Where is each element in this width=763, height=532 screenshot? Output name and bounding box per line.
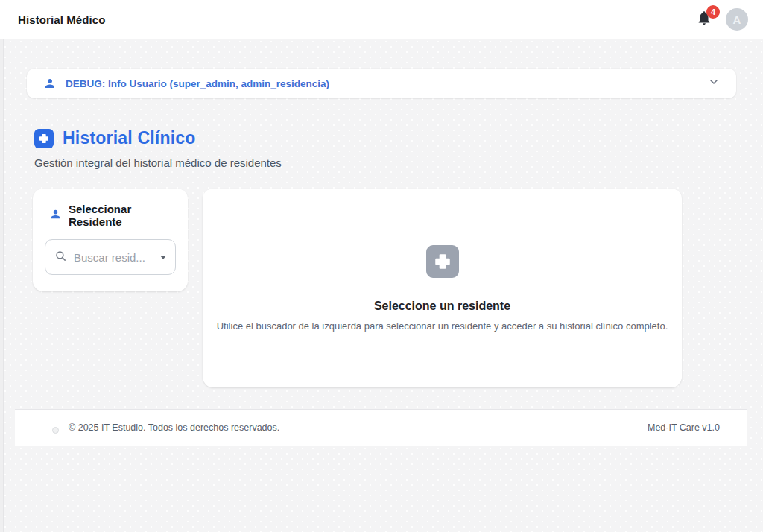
header-actions: 4 A (694, 8, 748, 31)
resident-search-input[interactable] (74, 251, 153, 264)
medical-cross-icon (34, 129, 54, 148)
user-icon (43, 77, 57, 90)
page-subtitle: Gestión integral del historial médico de… (34, 156, 736, 169)
avatar[interactable]: A (726, 8, 748, 31)
empty-state-title: Seleccione un residente (374, 300, 510, 313)
faded-logo-icon (52, 427, 59, 434)
select-resident-card: Seleccionar Residente (33, 189, 188, 291)
select-resident-title: Seleccionar Residente (69, 203, 176, 228)
main-content: DEBUG: Info Usuario (super_admin, admin_… (0, 69, 763, 387)
caret-down-icon[interactable] (160, 256, 166, 259)
chevron-down-icon[interactable] (708, 76, 720, 91)
copyright-text: © 2025 IT Estudio. Todos los derechos re… (69, 422, 279, 433)
content-row: Seleccionar Residente Seleccione un resi… (27, 189, 736, 387)
notification-badge: 4 (706, 5, 720, 19)
notifications-button[interactable]: 4 (694, 10, 714, 29)
app-version: Med-IT Care v1.0 (648, 422, 720, 433)
user-icon (49, 208, 62, 224)
page-title: Historial Clínico (63, 128, 195, 148)
page-header: Historial Clínico Gestión integral del h… (27, 128, 736, 169)
debug-user-info-bar[interactable]: DEBUG: Info Usuario (super_admin, admin_… (27, 69, 736, 98)
top-bar: Historial Médico 4 A (0, 0, 763, 39)
empty-state-description: Utilice el buscador de la izquierda para… (217, 320, 668, 332)
empty-state-card: Seleccione un residente Utilice el busca… (203, 189, 682, 387)
debug-bar-label: DEBUG: Info Usuario (super_admin, admin_… (66, 78, 708, 89)
resident-search-combobox[interactable] (45, 239, 176, 275)
app-title: Historial Médico (18, 13, 105, 26)
search-icon (54, 250, 67, 265)
page-left-edge (0, 39, 4, 532)
medical-cross-icon (426, 245, 459, 278)
footer: © 2025 IT Estudio. Todos los derechos re… (15, 409, 747, 446)
